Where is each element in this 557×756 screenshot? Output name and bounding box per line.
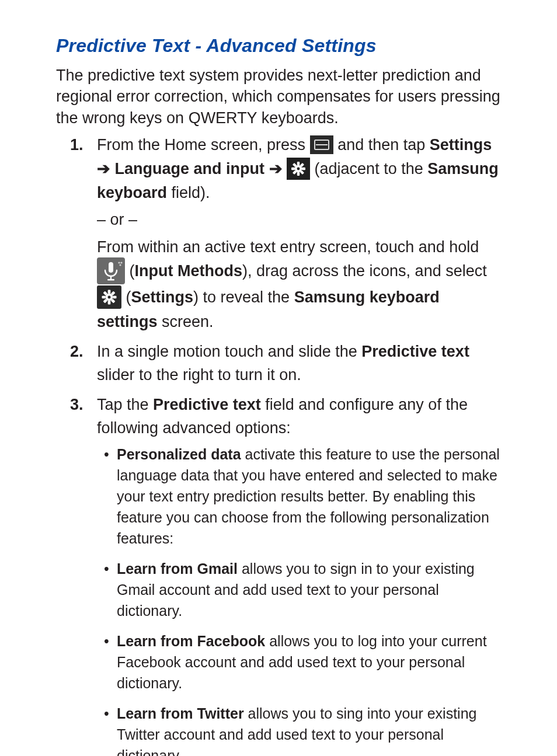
menu-key-icon xyxy=(310,135,333,154)
text: From the Home screen, press xyxy=(97,136,310,154)
list-item: Learn from Gmail allows you to sign in t… xyxy=(117,558,501,621)
svg-rect-25 xyxy=(108,301,111,304)
svg-point-20 xyxy=(119,264,121,266)
svg-point-23 xyxy=(108,296,111,299)
steps-list: 1. From the Home screen, press and then … xyxy=(56,133,501,756)
gear-icon xyxy=(97,285,121,309)
text: (adjacent to the xyxy=(315,160,428,177)
text: screen. xyxy=(158,313,214,330)
step-body: From the Home screen, press and then tap… xyxy=(97,136,499,201)
svg-rect-8 xyxy=(291,167,295,169)
bullet-list: Personalized data activate this feature … xyxy=(97,444,501,756)
or-separator: – or – xyxy=(97,208,501,232)
label-settings: Settings xyxy=(430,136,492,154)
step-number: 1. xyxy=(70,133,83,157)
mic-icon xyxy=(97,257,125,284)
list-item: Personalized data activate this feature … xyxy=(117,444,501,549)
label-settings: Settings xyxy=(131,288,194,306)
arrow-icon: ➔ xyxy=(269,160,287,177)
gear-icon xyxy=(287,158,310,180)
svg-point-18 xyxy=(118,262,120,264)
svg-rect-6 xyxy=(297,162,300,165)
arrow-icon: ➔ xyxy=(97,160,115,177)
text: and then tap xyxy=(337,136,430,154)
label-predictive-text: Predictive text xyxy=(153,396,261,413)
text: ( xyxy=(126,288,131,306)
bullet-lead: Personalized data xyxy=(117,446,241,462)
manual-page: Predictive Text - Advanced Settings The … xyxy=(0,0,557,756)
step-body: In a single motion touch and slide the P… xyxy=(97,343,469,384)
text: ), drag across the icons, and select xyxy=(242,262,487,280)
svg-rect-15 xyxy=(109,262,113,273)
text: ( xyxy=(130,262,135,280)
svg-rect-24 xyxy=(108,290,111,294)
label-language-input: Language and input xyxy=(115,160,265,177)
label-predictive-text: Predictive text xyxy=(361,343,469,360)
list-item: Learn from Facebook allows you to log in… xyxy=(117,630,501,694)
section-title: Predictive Text - Advanced Settings xyxy=(56,35,501,57)
step-3: 3. Tap the Predictive text field and con… xyxy=(97,393,501,756)
step-number: 3. xyxy=(70,393,83,417)
text: field). xyxy=(172,184,210,201)
bullet-lead: Learn from Twitter xyxy=(117,705,244,722)
step-number: 2. xyxy=(70,340,83,364)
list-item: Learn from Twitter allows you to sing in… xyxy=(117,703,501,756)
svg-point-19 xyxy=(120,262,122,264)
intro-paragraph: The predictive text system provides next… xyxy=(56,65,501,128)
step-body: Tap the Predictive text field and config… xyxy=(97,396,468,437)
step-2: 2. In a single motion touch and slide th… xyxy=(97,340,501,387)
svg-rect-27 xyxy=(113,296,116,299)
svg-point-5 xyxy=(297,167,300,170)
svg-rect-9 xyxy=(302,167,305,169)
text: Tap the xyxy=(97,396,153,413)
text: slider to the right to turn it on. xyxy=(97,366,301,384)
step-1: 1. From the Home screen, press and then … xyxy=(97,133,501,333)
text: In a single motion touch and slide the xyxy=(97,343,361,360)
bullet-lead: Learn from Facebook xyxy=(117,633,265,649)
svg-rect-17 xyxy=(107,279,114,280)
svg-rect-26 xyxy=(102,296,106,299)
step-alt-body: From within an active text entry screen,… xyxy=(97,235,501,334)
text: ) to reveal the xyxy=(193,288,294,306)
label-input-methods: Input Methods xyxy=(135,262,242,280)
bullet-lead: Learn from Gmail xyxy=(117,560,238,577)
svg-rect-7 xyxy=(297,172,300,176)
text: From within an active text entry screen,… xyxy=(97,238,479,256)
